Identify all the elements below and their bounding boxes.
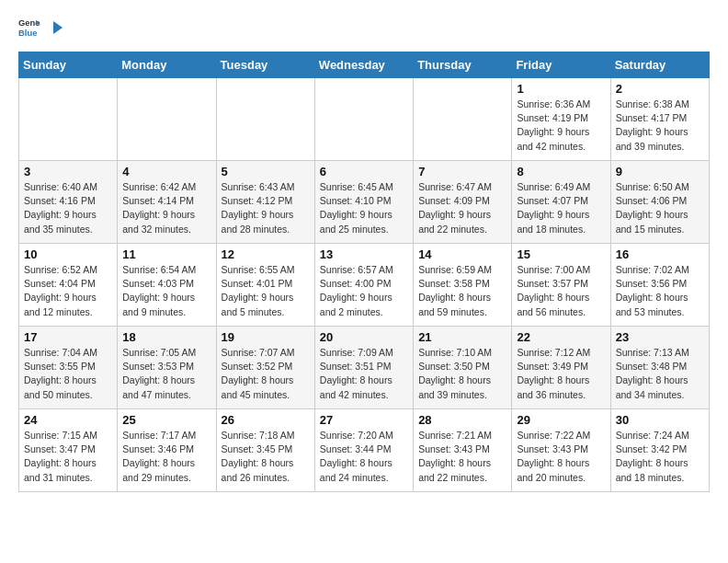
day-info: Sunrise: 7:21 AM Sunset: 3:43 PM Dayligh…	[418, 429, 506, 485]
day-number: 6	[320, 165, 408, 178]
calendar-cell: 16Sunrise: 7:02 AM Sunset: 3:56 PM Dayli…	[610, 244, 709, 327]
day-number: 4	[122, 165, 210, 178]
calendar-week-row: 10Sunrise: 6:52 AM Sunset: 4:04 PM Dayli…	[19, 244, 710, 327]
day-number: 8	[517, 165, 605, 178]
day-info: Sunrise: 7:04 AM Sunset: 3:55 PM Dayligh…	[24, 346, 112, 402]
calendar-cell	[19, 78, 118, 161]
day-number: 25	[122, 413, 210, 427]
day-number: 13	[320, 247, 408, 261]
calendar-cell	[414, 78, 512, 161]
day-info: Sunrise: 6:42 AM Sunset: 4:14 PM Dayligh…	[122, 180, 210, 236]
day-info: Sunrise: 7:09 AM Sunset: 3:51 PM Dayligh…	[320, 346, 408, 402]
day-info: Sunrise: 7:10 AM Sunset: 3:50 PM Dayligh…	[418, 346, 506, 402]
logo-arrow-icon	[46, 19, 63, 36]
header-thursday: Thursday	[414, 52, 512, 78]
day-number: 15	[517, 247, 605, 261]
calendar-cell: 17Sunrise: 7:04 AM Sunset: 3:55 PM Dayli…	[19, 327, 118, 409]
logo: General Blue	[18, 17, 63, 39]
calendar-week-row: 3Sunrise: 6:40 AM Sunset: 4:16 PM Daylig…	[19, 161, 710, 244]
header-wednesday: Wednesday	[314, 52, 413, 78]
day-info: Sunrise: 7:07 AM Sunset: 3:52 PM Dayligh…	[222, 346, 310, 402]
day-number: 7	[418, 165, 506, 178]
calendar-cell: 28Sunrise: 7:21 AM Sunset: 3:43 PM Dayli…	[414, 409, 512, 492]
calendar-cell: 6Sunrise: 6:45 AM Sunset: 4:10 PM Daylig…	[314, 161, 413, 244]
calendar-cell: 25Sunrise: 7:17 AM Sunset: 3:46 PM Dayli…	[118, 409, 216, 492]
day-number: 26	[222, 413, 310, 427]
calendar-week-row: 24Sunrise: 7:15 AM Sunset: 3:47 PM Dayli…	[19, 409, 710, 492]
day-info: Sunrise: 6:45 AM Sunset: 4:10 PM Dayligh…	[320, 180, 408, 236]
day-info: Sunrise: 7:05 AM Sunset: 3:53 PM Dayligh…	[122, 346, 210, 402]
calendar-cell: 8Sunrise: 6:49 AM Sunset: 4:07 PM Daylig…	[512, 161, 610, 244]
day-number: 19	[222, 330, 310, 344]
calendar-cell: 2Sunrise: 6:38 AM Sunset: 4:17 PM Daylig…	[610, 78, 709, 161]
day-info: Sunrise: 7:24 AM Sunset: 3:42 PM Dayligh…	[616, 429, 704, 485]
day-number: 1	[517, 82, 605, 96]
calendar-cell: 20Sunrise: 7:09 AM Sunset: 3:51 PM Dayli…	[314, 327, 413, 409]
day-number: 14	[418, 247, 506, 261]
day-number: 20	[320, 330, 408, 344]
day-info: Sunrise: 7:02 AM Sunset: 3:56 PM Dayligh…	[616, 263, 704, 319]
day-number: 24	[24, 413, 112, 427]
calendar-table: Sunday Monday Tuesday Wednesday Thursday…	[18, 52, 710, 492]
day-number: 2	[616, 82, 704, 96]
calendar-cell: 30Sunrise: 7:24 AM Sunset: 3:42 PM Dayli…	[610, 409, 709, 492]
calendar-cell: 21Sunrise: 7:10 AM Sunset: 3:50 PM Dayli…	[414, 327, 512, 409]
calendar-cell: 14Sunrise: 6:59 AM Sunset: 3:58 PM Dayli…	[414, 244, 512, 327]
day-number: 17	[24, 330, 112, 344]
calendar-cell: 10Sunrise: 6:52 AM Sunset: 4:04 PM Dayli…	[19, 244, 118, 327]
day-info: Sunrise: 7:17 AM Sunset: 3:46 PM Dayligh…	[122, 429, 210, 485]
day-info: Sunrise: 6:50 AM Sunset: 4:06 PM Dayligh…	[616, 180, 704, 236]
svg-marker-3	[53, 21, 63, 34]
calendar-cell: 15Sunrise: 7:00 AM Sunset: 3:57 PM Dayli…	[512, 244, 610, 327]
svg-text:Blue: Blue	[18, 28, 37, 38]
day-number: 3	[24, 165, 112, 178]
calendar-cell: 9Sunrise: 6:50 AM Sunset: 4:06 PM Daylig…	[610, 161, 709, 244]
calendar-cell: 18Sunrise: 7:05 AM Sunset: 3:53 PM Dayli…	[118, 327, 216, 409]
calendar-cell: 11Sunrise: 6:54 AM Sunset: 4:03 PM Dayli…	[118, 244, 216, 327]
day-number: 11	[122, 247, 210, 261]
day-info: Sunrise: 6:59 AM Sunset: 3:58 PM Dayligh…	[418, 263, 506, 319]
day-number: 21	[418, 330, 506, 344]
calendar-cell: 22Sunrise: 7:12 AM Sunset: 3:49 PM Dayli…	[512, 327, 610, 409]
day-info: Sunrise: 6:40 AM Sunset: 4:16 PM Dayligh…	[24, 180, 112, 236]
calendar-cell: 13Sunrise: 6:57 AM Sunset: 4:00 PM Dayli…	[314, 244, 413, 327]
day-info: Sunrise: 6:43 AM Sunset: 4:12 PM Dayligh…	[222, 180, 310, 236]
calendar-cell: 29Sunrise: 7:22 AM Sunset: 3:43 PM Dayli…	[512, 409, 610, 492]
header-saturday: Saturday	[610, 52, 709, 78]
calendar-cell: 12Sunrise: 6:55 AM Sunset: 4:01 PM Dayli…	[216, 244, 314, 327]
day-info: Sunrise: 7:13 AM Sunset: 3:48 PM Dayligh…	[616, 346, 704, 402]
day-info: Sunrise: 6:47 AM Sunset: 4:09 PM Dayligh…	[418, 180, 506, 236]
day-number: 9	[616, 165, 704, 178]
day-info: Sunrise: 7:15 AM Sunset: 3:47 PM Dayligh…	[24, 429, 112, 485]
day-info: Sunrise: 7:18 AM Sunset: 3:45 PM Dayligh…	[222, 429, 310, 485]
header-monday: Monday	[118, 52, 216, 78]
day-info: Sunrise: 6:38 AM Sunset: 4:17 PM Dayligh…	[616, 98, 704, 154]
logo-icon: General Blue	[18, 17, 40, 39]
calendar-cell: 24Sunrise: 7:15 AM Sunset: 3:47 PM Dayli…	[19, 409, 118, 492]
day-number: 22	[517, 330, 605, 344]
calendar-cell: 23Sunrise: 7:13 AM Sunset: 3:48 PM Dayli…	[610, 327, 709, 409]
day-info: Sunrise: 6:54 AM Sunset: 4:03 PM Dayligh…	[122, 263, 210, 319]
header-friday: Friday	[512, 52, 610, 78]
day-number: 27	[320, 413, 408, 427]
calendar-cell: 3Sunrise: 6:40 AM Sunset: 4:16 PM Daylig…	[19, 161, 118, 244]
day-number: 30	[616, 413, 704, 427]
day-info: Sunrise: 7:20 AM Sunset: 3:44 PM Dayligh…	[320, 429, 408, 485]
day-number: 18	[122, 330, 210, 344]
calendar-cell: 5Sunrise: 6:43 AM Sunset: 4:12 PM Daylig…	[216, 161, 314, 244]
header-tuesday: Tuesday	[216, 52, 314, 78]
calendar-cell: 1Sunrise: 6:36 AM Sunset: 4:19 PM Daylig…	[512, 78, 610, 161]
day-info: Sunrise: 6:57 AM Sunset: 4:00 PM Dayligh…	[320, 263, 408, 319]
day-info: Sunrise: 6:49 AM Sunset: 4:07 PM Dayligh…	[517, 180, 605, 236]
calendar-week-row: 17Sunrise: 7:04 AM Sunset: 3:55 PM Dayli…	[19, 327, 710, 409]
calendar-cell: 26Sunrise: 7:18 AM Sunset: 3:45 PM Dayli…	[216, 409, 314, 492]
calendar-cell: 7Sunrise: 6:47 AM Sunset: 4:09 PM Daylig…	[414, 161, 512, 244]
calendar-cell: 19Sunrise: 7:07 AM Sunset: 3:52 PM Dayli…	[216, 327, 314, 409]
day-number: 12	[222, 247, 310, 261]
day-number: 16	[616, 247, 704, 261]
day-info: Sunrise: 7:12 AM Sunset: 3:49 PM Dayligh…	[517, 346, 605, 402]
calendar-cell	[118, 78, 216, 161]
day-info: Sunrise: 7:00 AM Sunset: 3:57 PM Dayligh…	[517, 263, 605, 319]
day-number: 5	[222, 165, 310, 178]
day-number: 10	[24, 247, 112, 261]
